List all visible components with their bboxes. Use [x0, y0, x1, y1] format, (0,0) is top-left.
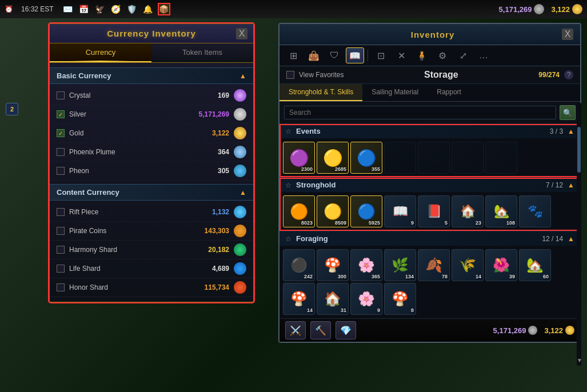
honor-checkbox[interactable]: [57, 283, 65, 291]
currency-item-gold[interactable]: Gold 3,122: [50, 124, 253, 143]
list-item[interactable]: 🏡 60: [519, 249, 551, 281]
list-item[interactable]: 🍄 14: [283, 283, 315, 315]
phoenix-checkbox[interactable]: [57, 148, 65, 156]
list-item[interactable]: 🌾 14: [452, 249, 484, 281]
mail-icon[interactable]: ✉️: [62, 3, 74, 15]
stronghold-item-1-count: 8023: [301, 220, 313, 226]
inv-tab-book[interactable]: 📖: [346, 47, 364, 63]
life-checkbox[interactable]: [57, 265, 65, 273]
emblem-icon[interactable]: 🦅: [94, 3, 106, 15]
silver-name: Silver: [69, 110, 185, 118]
list-item[interactable]: 🍄 8: [384, 283, 416, 315]
list-item[interactable]: 🏡 108: [485, 195, 517, 227]
gold-checkbox[interactable]: [57, 129, 65, 137]
list-item[interactable]: 🟡 2685: [317, 142, 349, 174]
foraging-star[interactable]: ☆: [285, 235, 291, 243]
inv-tab-x[interactable]: ✕: [392, 47, 410, 63]
forage-5-count: 78: [442, 274, 448, 279]
currency-item-phoenix[interactable]: Phoenix Plume 364: [50, 143, 253, 162]
inventory-scrollbar[interactable]: ▼: [577, 103, 581, 366]
currency-item-harmony[interactable]: Harmony Shard 20,182: [50, 241, 253, 259]
list-item[interactable]: [485, 142, 517, 174]
currency-panel-close[interactable]: X: [236, 28, 247, 39]
inv-tab-person[interactable]: 🧍: [413, 47, 431, 63]
inv-tab-cog[interactable]: ⚙: [433, 47, 452, 63]
stronghold-star[interactable]: ☆: [285, 181, 291, 189]
list-item[interactable]: 🔵 355: [350, 142, 382, 174]
silver-checkbox[interactable]: [57, 110, 65, 118]
list-item[interactable]: 🟡 8509: [317, 195, 349, 227]
calendar-icon[interactable]: 📅: [78, 3, 90, 15]
inv-tab-arrows[interactable]: ⤢: [454, 47, 472, 63]
compass-icon[interactable]: 🧭: [110, 3, 122, 15]
filter-tab-stronghold[interactable]: Stronghold & T. Skills: [279, 84, 362, 101]
currency-item-pheon[interactable]: Pheon 305: [50, 162, 253, 181]
crystal-amount: 169: [189, 91, 229, 99]
search-input[interactable]: [284, 106, 556, 119]
inv-tab-bag[interactable]: 👜: [305, 47, 323, 63]
list-item[interactable]: 📖 9: [384, 195, 416, 227]
currency-item-life[interactable]: Life Shard 4,689: [50, 259, 253, 278]
currency-item-silver[interactable]: Silver 5,171,269: [50, 105, 253, 124]
list-item[interactable]: [452, 142, 484, 174]
scroll-down-arrow[interactable]: ▼: [577, 357, 581, 363]
currency-item-honor[interactable]: Honor Shard 115,734: [50, 278, 253, 297]
list-item[interactable]: 🌿 134: [384, 249, 416, 281]
currency-item-rift[interactable]: Rift Piece 1,132: [50, 203, 253, 222]
list-item[interactable]: 🏠 31: [317, 283, 349, 315]
pheon-checkbox[interactable]: [57, 167, 65, 175]
currency-item-pirate[interactable]: Pirate Coins 143,303: [50, 222, 253, 241]
gold-name: Gold: [69, 129, 185, 137]
list-item[interactable]: ⚫ 242: [283, 249, 315, 281]
view-favorites-checkbox[interactable]: [286, 71, 294, 79]
filter-tab-rapport[interactable]: Rapport: [428, 84, 470, 101]
currency-item-crystal[interactable]: Crystal 169: [50, 86, 253, 105]
bottom-gold-icon: [565, 326, 574, 335]
filter-tab-sailing[interactable]: Sailing Material: [362, 84, 428, 101]
list-item[interactable]: 🌺 39: [485, 249, 517, 281]
search-button[interactable]: 🔍: [560, 105, 576, 120]
currency-panel: Currency Inventory X Currency Token Item…: [49, 23, 254, 303]
list-item[interactable]: [384, 142, 416, 174]
list-item[interactable]: 🌸 9: [350, 283, 382, 315]
tab-token-items[interactable]: Token Items: [151, 43, 253, 62]
list-item[interactable]: 🏠 23: [452, 195, 484, 227]
list-item[interactable]: [418, 142, 450, 174]
foraging-arrow[interactable]: ▲: [568, 235, 574, 243]
crystal-checkbox[interactable]: [57, 91, 65, 99]
forage-7-count: 39: [509, 274, 515, 279]
events-arrow[interactable]: ▲: [568, 127, 574, 135]
inv-tab-grid[interactable]: ⊞: [284, 47, 302, 63]
list-item[interactable]: 🍄 300: [317, 249, 349, 281]
bottom-action-tool[interactable]: 🔨: [310, 321, 331, 339]
pirate-checkbox[interactable]: [57, 227, 65, 235]
bell-icon[interactable]: 🔔: [142, 3, 154, 15]
inv-tab-more[interactable]: …: [474, 47, 493, 63]
list-item[interactable]: 🍂 78: [418, 249, 450, 281]
list-item[interactable]: 🌸 365: [350, 249, 382, 281]
inventory-close[interactable]: X: [562, 29, 573, 40]
stronghold-arrow[interactable]: ▲: [568, 181, 574, 189]
chest-icon[interactable]: 📦: [158, 3, 170, 15]
foraging-section-header: ☆ Foraging 12 / 14 ▲: [279, 231, 580, 246]
shield-icon[interactable]: 🛡️: [126, 3, 138, 15]
help-icon[interactable]: ?: [564, 70, 573, 79]
inv-tab-shield[interactable]: 🛡: [325, 47, 344, 63]
list-item[interactable]: 🟠 8023: [283, 195, 315, 227]
bottom-action-weapon[interactable]: ⚔️: [285, 321, 306, 339]
inv-tab-grid2[interactable]: ⊡: [372, 47, 390, 63]
rift-amount: 1,132: [189, 208, 229, 216]
tab-currency[interactable]: Currency: [50, 43, 151, 62]
basic-currency-section-header[interactable]: Basic Currency ▲: [50, 67, 253, 84]
harmony-checkbox[interactable]: [57, 246, 65, 254]
rift-checkbox[interactable]: [57, 208, 65, 216]
events-star[interactable]: ☆: [285, 127, 291, 135]
content-currency-section-header[interactable]: Content Currency ▲: [50, 184, 253, 201]
list-item[interactable]: 📕 5: [418, 195, 450, 227]
bottom-action-gem[interactable]: 💎: [336, 321, 356, 339]
list-item[interactable]: 🟣 2300: [283, 142, 315, 174]
scrollbar-thumb[interactable]: [577, 127, 581, 173]
list-item[interactable]: 🐾: [519, 195, 551, 227]
stronghold-grid: 🟠 8023 🟡 8509 🔵 5925 📖 9 📕 5: [279, 192, 580, 231]
list-item[interactable]: 🔵 5925: [350, 195, 382, 227]
